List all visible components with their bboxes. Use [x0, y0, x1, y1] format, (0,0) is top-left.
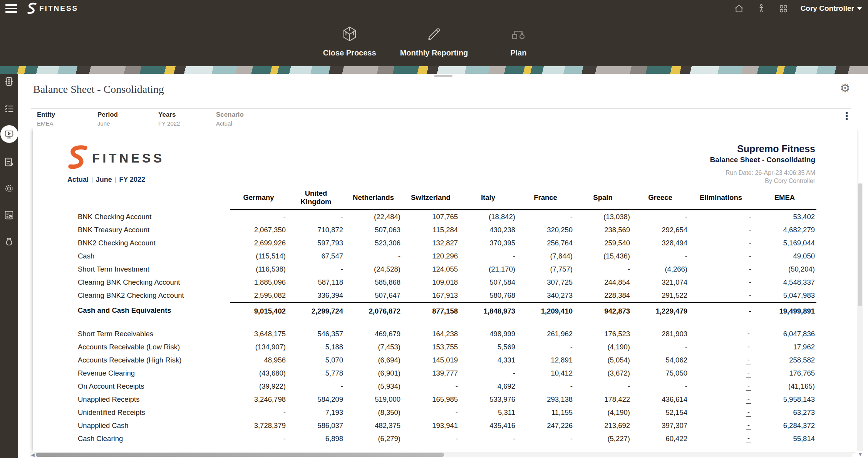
sidebar-item-journals[interactable] [4, 157, 14, 167]
user-menu[interactable]: Cory Controller [801, 4, 862, 13]
row-label: On Account Receipts [77, 380, 230, 393]
cluster-nav: Close Process Monthly Reporting Plan [0, 17, 868, 66]
table-cell: 1,209,410 [517, 302, 574, 319]
table-column-header: Switzerland [402, 186, 459, 210]
apps-grid-icon[interactable] [778, 3, 789, 14]
table-cell: 145,019 [402, 354, 459, 367]
sidebar-item-reports[interactable] [4, 129, 14, 140]
table-cell: - [230, 406, 287, 419]
pov-entity[interactable]: Entity EMEA [37, 111, 55, 127]
table-cell: (4,190) [574, 341, 632, 354]
table-cell: (5,054) [574, 354, 632, 367]
table-cell: - [402, 380, 459, 393]
user-caret-down-icon [857, 7, 862, 10]
sidebar-item-console[interactable] [4, 76, 14, 87]
pov-years[interactable]: Years FY 2022 [158, 111, 180, 127]
row-label: BNK Treasury Account [77, 223, 230, 237]
table-cell: 7,193 [287, 406, 345, 419]
table-column-header: Spain [574, 186, 632, 210]
horizontal-scrollbar[interactable]: ◀ [30, 452, 852, 457]
table-cell[interactable]: - [689, 380, 753, 393]
sidebar-item-money-bag[interactable] [4, 237, 14, 247]
table-cell[interactable]: - [689, 419, 753, 432]
table-cell: - [632, 380, 689, 393]
table-cell[interactable]: - [689, 432, 753, 445]
scroll-left-arrow-icon[interactable]: ◀ [30, 452, 36, 458]
table-row: Clearing BNK2 Checking Account2,595,0823… [77, 289, 816, 302]
table-cell: 877,158 [402, 302, 459, 319]
table-cell: 5,778 [287, 367, 345, 380]
table-header-row: GermanyUnited KingdomNetherlandsSwitzerl… [77, 186, 816, 210]
kebab-menu-icon[interactable] [845, 111, 849, 121]
drill-link-dash[interactable]: - [746, 421, 751, 430]
nav-card-label: Monthly Reporting [400, 49, 468, 57]
table-cell: - [230, 432, 287, 445]
table-cell: 2,699,926 [230, 237, 287, 250]
table-cell[interactable]: - [689, 406, 753, 419]
nav-card-plan[interactable]: Plan [489, 25, 547, 57]
gear-icon[interactable]: ⚙ [840, 82, 850, 94]
table-cell: 107,765 [402, 210, 459, 223]
table-cell: 153,755 [402, 341, 459, 354]
table-row: On Account Receipts(39,922)-(5,934)-4,69… [77, 380, 816, 393]
sidebar-item-tasks[interactable] [4, 103, 14, 114]
table-cell: - [689, 210, 753, 223]
horizontal-scrollbar-thumb[interactable] [36, 453, 444, 457]
table-cell[interactable]: - [689, 354, 753, 367]
vertical-scrollbar-thumb[interactable] [858, 183, 862, 306]
table-cell: 580,768 [459, 289, 517, 302]
table-cell: 63,273 [753, 406, 816, 419]
table-cell: - [345, 250, 402, 263]
table-row: BNK Treasury Account2,067,350710,872507,… [77, 223, 816, 237]
table-cell: 139,777 [402, 367, 459, 380]
table-cell: 291,522 [632, 289, 689, 302]
pov-scenario[interactable]: Scenario Actual [216, 111, 244, 127]
nav-card-close-process[interactable]: Close Process [321, 25, 379, 57]
main-content: Balance Sheet - Consolidating ⚙ Entity E… [18, 74, 868, 458]
drill-link-dash[interactable]: - [746, 369, 751, 377]
drill-link-dash[interactable]: - [746, 356, 751, 364]
user-name: Cory Controller [801, 4, 854, 13]
panel-drag-handle[interactable] [434, 75, 452, 77]
row-label: Unapplied Cash [77, 419, 230, 432]
table-cell: 370,395 [459, 237, 517, 250]
table-cell[interactable]: - [689, 341, 753, 354]
table-cell: 4,331 [459, 354, 517, 367]
table-cell: 55,814 [753, 432, 816, 445]
home-icon[interactable] [734, 3, 744, 14]
drill-link-dash[interactable]: - [746, 343, 751, 351]
drill-link-dash[interactable]: - [746, 330, 751, 338]
table-cell: 1,885,096 [230, 276, 287, 289]
drill-link-dash[interactable]: - [746, 408, 751, 417]
drill-link-dash[interactable]: - [746, 395, 751, 404]
pov-label: Scenario [216, 111, 244, 119]
table-cell: (7,453) [345, 341, 402, 354]
nav-card-label: Plan [510, 49, 526, 57]
drill-link-dash[interactable]: - [746, 435, 751, 443]
sidebar-item-settings[interactable] [4, 183, 14, 194]
pov-value: FY 2022 [158, 120, 180, 127]
table-cell: 176,523 [574, 327, 632, 341]
pov-value: June [97, 120, 118, 127]
announcements-icon[interactable] [756, 3, 767, 14]
logo-swoosh-icon [26, 2, 38, 15]
table-cell[interactable]: - [689, 327, 753, 341]
table-cell[interactable]: - [689, 393, 753, 406]
sidebar-item-report-docs[interactable] [4, 210, 14, 220]
table-cell[interactable]: - [689, 367, 753, 380]
hamburger-icon[interactable] [5, 4, 17, 13]
table-cell: - [689, 250, 753, 263]
drill-link-dash[interactable]: - [746, 382, 751, 391]
report-run-date: Run Date: 26-Apr-23 4:06:35 AM [710, 169, 815, 176]
report-area: FITNESS Actual|June|FY 2022 Supremo Fitn… [18, 127, 868, 458]
table-cell: - [632, 210, 689, 223]
table-cell: 4,682,279 [753, 223, 816, 237]
table-cell: 436,614 [632, 393, 689, 406]
pov-period[interactable]: Period June [97, 111, 118, 127]
report-run-by: By Cory Controller [710, 178, 815, 185]
scroll-down-arrow-icon[interactable]: ▼ [857, 451, 863, 458]
nav-card-monthly-reporting[interactable]: Monthly Reporting [400, 25, 468, 57]
vertical-scrollbar[interactable] [858, 183, 863, 451]
horizontal-scrollbar-track[interactable] [36, 452, 852, 457]
table-cell: 293,138 [517, 393, 574, 406]
